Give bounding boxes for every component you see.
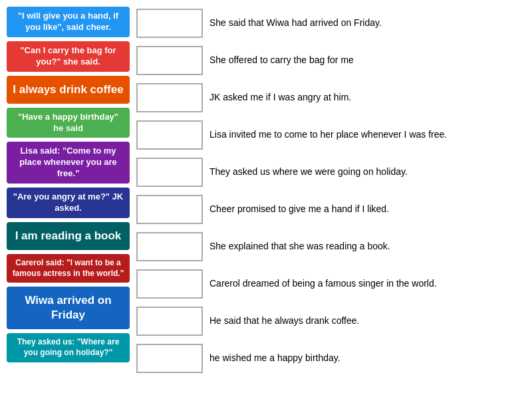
answer-box-7[interactable]	[136, 232, 203, 261]
match-text-6: Cheer promised to give me a hand if I li…	[209, 203, 389, 216]
match-row-10: he wished me a happy birthday.	[136, 342, 525, 375]
match-text-8: Carerol dreamed of being a famous singer…	[209, 277, 437, 291]
answer-box-9[interactable]	[136, 307, 203, 336]
left-card-8[interactable]: Carerol said: "I want to be a famous act…	[7, 254, 130, 283]
match-row-4: Lisa invited me to come to her place whe…	[136, 118, 525, 152]
right-column: She said that Wiwa had arrived on Friday…	[136, 7, 525, 392]
match-text-7: She explained that she was reading a boo…	[209, 240, 390, 253]
answer-box-6[interactable]	[136, 195, 203, 224]
answer-box-3[interactable]	[136, 83, 203, 112]
left-card-7[interactable]: I am reading a book	[7, 222, 130, 250]
match-row-2: She offered to carry the bag for me	[136, 44, 525, 77]
answer-box-8[interactable]	[136, 269, 203, 299]
left-card-5[interactable]: Lisa said: "Come to my place whenever yo…	[7, 142, 130, 184]
match-row-9: He said that he always drank coffee.	[136, 305, 525, 338]
left-card-6[interactable]: "Are you angry at me?" JK asked.	[7, 188, 130, 218]
left-card-10[interactable]: They asked us: "Where are you going on h…	[7, 333, 130, 362]
answer-box-1[interactable]	[136, 9, 203, 38]
match-row-1: She said that Wiwa had arrived on Friday…	[136, 7, 525, 40]
match-row-3: JK asked me if I was angry at him.	[136, 81, 525, 114]
match-row-5: They asked us where we were going on hol…	[136, 156, 525, 189]
left-column: "I will give you a hand, if you like", s…	[7, 7, 130, 392]
match-row-7: She explained that she was reading a boo…	[136, 230, 525, 263]
match-text-4: Lisa invited me to come to her place whe…	[209, 128, 447, 142]
match-row-6: Cheer promised to give me a hand if I li…	[136, 193, 525, 226]
match-text-2: She offered to carry the bag for me	[209, 54, 354, 67]
main-container: "I will give you a hand, if you like", s…	[0, 0, 532, 399]
left-card-2[interactable]: "Can I carry the bag for you?" she said.	[7, 41, 130, 72]
left-card-4[interactable]: "Have a happy birthday" he said	[7, 108, 130, 138]
match-text-1: She said that Wiwa had arrived on Friday…	[209, 17, 382, 30]
match-text-10: he wished me a happy birthday.	[209, 352, 340, 365]
left-card-9[interactable]: Wiwa arrived on Friday	[7, 287, 130, 329]
match-text-5: They asked us where we were going on hol…	[209, 166, 408, 179]
match-text-9: He said that he always drank coffee.	[209, 315, 359, 328]
left-card-3[interactable]: I always drink coffee	[7, 76, 130, 104]
match-text-3: JK asked me if I was angry at him.	[209, 91, 351, 104]
answer-box-5[interactable]	[136, 158, 203, 187]
answer-box-4[interactable]	[136, 120, 203, 150]
match-row-8: Carerol dreamed of being a famous singer…	[136, 267, 525, 301]
left-card-1[interactable]: "I will give you a hand, if you like", s…	[7, 7, 130, 37]
answer-box-2[interactable]	[136, 46, 203, 75]
answer-box-10[interactable]	[136, 344, 203, 373]
